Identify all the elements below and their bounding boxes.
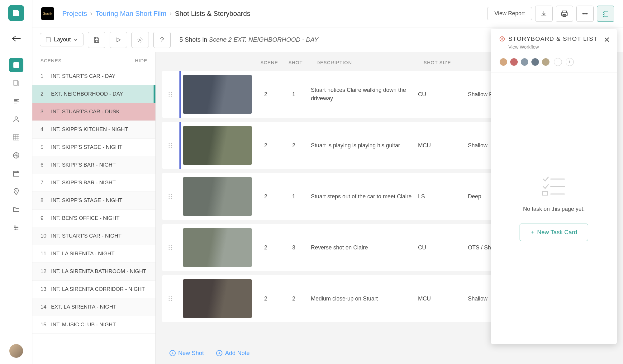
add-collaborator-button[interactable]: + (566, 58, 574, 66)
scene-name: INT. STUART'S CAR - DAY (51, 73, 116, 79)
svg-point-3 (15, 117, 17, 119)
scene-name: INT. LA SIRENITA - NIGHT (51, 251, 115, 257)
scene-name: INT. SKIPP'S BAR - NIGHT (51, 180, 116, 186)
hide-scenes-button[interactable]: HIDE (135, 58, 147, 63)
drag-handle-icon[interactable] (162, 91, 179, 97)
col-header-shot: SHOT (288, 60, 316, 65)
nav-location-icon[interactable] (9, 184, 23, 199)
tasks-side-panel: STORYBOARD & SHOT LIST View Workflow ✕ −… (491, 29, 617, 344)
download-button[interactable] (535, 6, 553, 22)
collaborator-avatar[interactable] (510, 58, 518, 66)
scene-item[interactable]: 8INT. SKIPP'S STAGE - NIGHT (32, 192, 155, 210)
add-note-button[interactable]: + Add Note (216, 350, 250, 357)
svg-point-37 (171, 94, 172, 95)
scene-item[interactable]: 9INT. BEN'S OFFICE - NIGHT (32, 210, 155, 227)
nav-reports-icon[interactable] (9, 130, 23, 144)
collaborator-avatar[interactable] (499, 58, 508, 66)
col-header-shotsize: SHOT SIZE (424, 60, 473, 65)
scenes-header-label: SCENES (40, 58, 62, 63)
workflow-wheel-icon (499, 36, 505, 42)
collaborator-avatar[interactable] (520, 58, 529, 66)
shot-size: CU (415, 244, 465, 251)
tasks-panel-toggle[interactable] (597, 6, 614, 22)
nav-files-icon[interactable] (9, 202, 23, 217)
svg-point-38 (169, 96, 170, 97)
top-header: Gravity Projects › Touring Man Short Fil… (32, 0, 623, 27)
nav-cast-icon[interactable] (9, 112, 23, 126)
nav-storyboard-icon[interactable] (9, 58, 23, 72)
col-header-scene: SCENE (260, 60, 288, 65)
svg-point-43 (171, 145, 172, 146)
scene-item[interactable]: 5INT. SKIPP'S STAGE - NIGHT (32, 139, 155, 156)
user-avatar[interactable] (9, 344, 23, 358)
print-button[interactable] (556, 6, 573, 22)
new-task-card-button[interactable]: + New Task Card (520, 224, 588, 241)
help-button[interactable]: ? (153, 32, 171, 48)
close-panel-button[interactable]: ✕ (604, 35, 610, 44)
shot-number: 1 (280, 91, 308, 98)
scene-item[interactable]: 6INT. SKIPP'S BAR - NIGHT (32, 156, 155, 174)
shot-number: 1 (280, 193, 308, 200)
svg-point-18 (139, 39, 141, 41)
back-arrow-icon[interactable] (12, 35, 21, 43)
view-workflow-link[interactable]: View Workflow (508, 44, 609, 50)
scene-item[interactable]: 4INT. SKIPP'S KITCHEN - NIGHT (32, 121, 155, 139)
scene-number: 7 (40, 180, 51, 186)
svg-point-53 (171, 245, 172, 246)
shot-thumbnail[interactable] (183, 228, 252, 267)
scene-item[interactable]: 10INT. STUART'S CAR - NIGHT (32, 227, 155, 245)
scene-name: INT. SKIPP'S STAGE - NIGHT (51, 197, 122, 204)
nav-gear-wheel-icon[interactable] (9, 148, 23, 163)
scene-name: INT. LA SIRENITA BATHROOM - NIGHT (51, 268, 146, 275)
scene-item[interactable]: 2EXT. NEIGHBORHOOD - DAY (32, 85, 155, 103)
nav-script-icon[interactable] (9, 94, 23, 108)
shot-scene-number: 2 (252, 91, 280, 98)
drag-handle-icon[interactable] (162, 193, 179, 200)
project-badge[interactable]: Gravity (41, 7, 54, 20)
new-shot-button[interactable]: + New Shot (169, 350, 204, 357)
remove-collaborator-button[interactable]: − (554, 58, 562, 66)
scene-item[interactable]: 12INT. LA SIRENITA BATHROOM - NIGHT (32, 263, 155, 281)
scene-number: 5 (40, 144, 51, 150)
shot-thumbnail[interactable] (183, 279, 252, 318)
svg-point-7 (15, 190, 17, 191)
shot-thumbnail[interactable] (183, 75, 252, 114)
drag-handle-icon[interactable] (162, 244, 179, 251)
shot-thumbnail[interactable] (183, 177, 252, 216)
scene-item[interactable]: 3INT. STUART'S CAR - DUSK (32, 103, 155, 121)
shot-thumbnail[interactable] (183, 126, 252, 165)
left-nav-rail (0, 0, 32, 364)
breadcrumb-project-name[interactable]: Touring Man Short Film (96, 10, 166, 18)
svg-point-55 (171, 247, 172, 248)
scene-number: 1 (40, 73, 51, 79)
breadcrumb-projects[interactable]: Projects (62, 10, 87, 18)
settings-gear-button[interactable] (131, 32, 149, 48)
drag-handle-icon[interactable] (162, 295, 179, 302)
save-button[interactable] (88, 32, 105, 48)
nav-calendar-icon[interactable] (9, 166, 23, 181)
collaborator-avatar[interactable] (541, 58, 550, 66)
scene-item[interactable]: 13INT. LA SIRENITA CORRIDOR - NIGHT (32, 281, 155, 298)
layout-label: Layout (54, 36, 71, 43)
nav-documents-icon[interactable] (9, 76, 23, 90)
more-button[interactable] (576, 6, 594, 22)
shot-number: 2 (280, 295, 308, 302)
play-button[interactable] (110, 32, 127, 48)
scene-item[interactable]: 11INT. LA SIRENITA - NIGHT (32, 245, 155, 263)
app-logo[interactable] (8, 5, 24, 21)
scene-name: INT. SKIPP'S BAR - NIGHT (51, 162, 116, 168)
scene-item[interactable]: 7INT. SKIPP'S BAR - NIGHT (32, 174, 155, 192)
shot-description: Stuart steps out of the car to meet Clai… (308, 192, 415, 201)
scene-number: 3 (40, 109, 51, 115)
svg-rect-6 (13, 171, 19, 176)
shot-scene-number: 2 (252, 295, 280, 302)
view-report-button[interactable]: View Report (487, 7, 532, 20)
layout-dropdown[interactable]: Layout (40, 33, 83, 46)
nav-settings-icon[interactable] (9, 220, 23, 235)
scene-number: 9 (40, 215, 51, 221)
drag-handle-icon[interactable] (162, 142, 179, 149)
collaborator-avatar[interactable] (531, 58, 540, 66)
scene-item[interactable]: 14EXT. LA SIRENITA - NIGHT (32, 298, 155, 316)
scene-item[interactable]: 1INT. STUART'S CAR - DAY (32, 68, 155, 85)
scene-item[interactable]: 15INT. MUSIC CLUB - NIGHT (32, 316, 155, 334)
